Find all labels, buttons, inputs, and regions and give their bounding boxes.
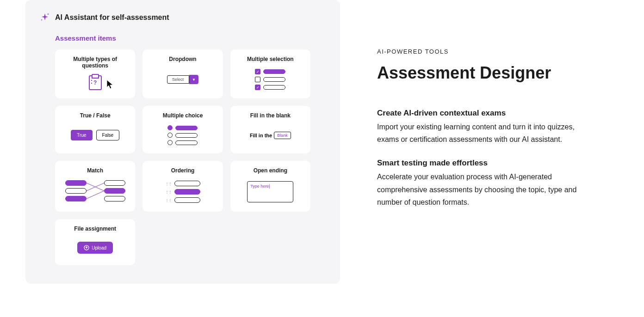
- card-true-false[interactable]: True / False True False: [55, 106, 135, 153]
- card-title: File assignment: [74, 226, 116, 232]
- card-fill-blank[interactable]: Fill in the blank Fill in the Blank: [230, 106, 310, 153]
- checkbox-icon: [255, 77, 260, 82]
- placeholder: Type here: [250, 184, 269, 189]
- card-title: Multiple selection: [247, 56, 294, 62]
- false-button: False: [96, 130, 119, 140]
- card-title: Ordering: [171, 167, 195, 174]
- radio-icon: [167, 140, 173, 145]
- upload-label: Upload: [92, 245, 106, 250]
- svg-line-1: [87, 183, 104, 191]
- panel-title: AI Assistant for self-assessment: [55, 13, 169, 22]
- multiselect-illustration: [255, 69, 285, 90]
- page-title: Assessment Designer: [377, 63, 590, 83]
- card-multiple-selection[interactable]: Multiple selection: [230, 49, 310, 98]
- content-block: Smart testing made effortless Accelerate…: [377, 158, 590, 208]
- svg-line-0: [87, 183, 104, 191]
- block-text: Import your existing learning content an…: [377, 121, 590, 146]
- section-label: Assessment items: [55, 34, 326, 42]
- match-illustration: [65, 180, 125, 203]
- assessment-panel: AI Assistant for self-assessment Assessm…: [25, 0, 340, 284]
- clipboard-icon: ?: [60, 75, 130, 90]
- true-false-illustration: True False: [71, 130, 119, 140]
- multichoice-illustration: [167, 125, 198, 145]
- svg-line-2: [87, 191, 104, 199]
- content-panel: AI-POWERED TOOLS Assessment Designer Cre…: [377, 48, 590, 221]
- dropdown-field: Select: [167, 75, 189, 84]
- panel-header: AI Assistant for self-assessment: [39, 12, 326, 23]
- cards-grid: Multiple types of questions ? Dropdown S…: [55, 49, 310, 265]
- card-title: Multiple choice: [163, 112, 203, 119]
- textarea-illustration: Type here|: [247, 181, 293, 202]
- checkbox-icon: [255, 85, 260, 90]
- card-multiple-choice[interactable]: Multiple choice: [142, 106, 223, 153]
- radio-icon: [167, 125, 173, 130]
- card-multiple-types[interactable]: Multiple types of questions ?: [55, 49, 135, 98]
- card-match[interactable]: Match: [55, 161, 135, 212]
- card-title: Fill in the blank: [250, 112, 291, 119]
- sparkle-icon: [39, 12, 50, 23]
- ordering-illustration: ⋮⋮ ⋮⋮ ⋮⋮: [165, 181, 200, 203]
- drag-handle-icon: ⋮⋮: [165, 198, 172, 202]
- block-text: Accelerate your evaluation process with …: [377, 171, 590, 208]
- block-title: Create AI-driven contextual exams: [377, 109, 590, 118]
- card-title: Open ending: [254, 167, 287, 174]
- fill-prefix: Fill in the: [250, 133, 272, 138]
- dropdown-control: Select ▼: [167, 75, 198, 84]
- card-ordering[interactable]: Ordering ⋮⋮ ⋮⋮ ⋮⋮: [142, 161, 223, 212]
- true-button: True: [71, 130, 92, 140]
- card-open-ending[interactable]: Open ending Type here|: [230, 161, 310, 212]
- card-title: True / False: [80, 112, 111, 119]
- drag-handle-icon: ⋮⋮: [165, 182, 172, 186]
- content-block: Create AI-driven contextual exams Import…: [377, 109, 590, 146]
- block-title: Smart testing made effortless: [377, 158, 590, 168]
- upload-icon: [84, 245, 89, 250]
- cursor-icon: [105, 79, 117, 90]
- eyebrow: AI-POWERED TOOLS: [377, 48, 590, 55]
- fillblank-illustration: Fill in the Blank: [250, 132, 291, 139]
- card-title: Match: [87, 167, 103, 174]
- drag-handle-icon: ⋮⋮: [165, 190, 172, 194]
- card-dropdown[interactable]: Dropdown Select ▼: [142, 49, 223, 98]
- blank-box: Blank: [274, 132, 291, 139]
- card-title: Multiple types of questions: [60, 56, 130, 69]
- checkbox-icon: [255, 69, 260, 74]
- chevron-down-icon: ▼: [189, 75, 198, 84]
- upload-button: Upload: [77, 242, 113, 254]
- card-title: Dropdown: [169, 56, 196, 62]
- radio-icon: [167, 133, 173, 138]
- card-file-assignment[interactable]: File assignment Upload: [55, 219, 135, 265]
